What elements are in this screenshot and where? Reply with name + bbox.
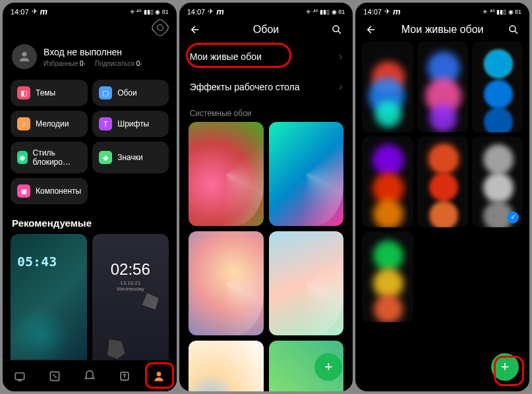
live-wallpaper-tile[interactable] [362,42,413,132]
page-title: Обои [208,24,324,36]
status-right: ✳ ⁴⁶ ▮▮▯ ◉ 81 [483,9,521,15]
favorites-count[interactable]: Избранные 0› [44,60,86,67]
nav-notifications[interactable] [72,360,107,391]
live-wallpaper-tile[interactable]: ✓ [472,136,523,227]
telegram-icon: ✈ [32,7,38,16]
recommended-theme-1[interactable]: 05:43 [11,234,87,372]
chevron-right-icon: › [339,81,342,93]
row-my-live-wallpapers[interactable]: Мои живые обои › [179,42,353,72]
back-icon[interactable] [365,23,378,36]
nav-profile[interactable] [142,360,177,391]
app-logo-m: m [216,7,224,16]
svg-point-6 [510,26,516,32]
nav-explore[interactable] [38,360,73,391]
theme1-clock: 05:43 [17,254,57,269]
status-bar: 14:07 ✈ m ✳ ⁴⁶ ▮▮▯ ◉ 81 [355,3,529,18]
status-bar: 14:07 ✈ m ✳ ⁴⁶ ▮▮▯ ◉ 81 [3,3,177,18]
wallpaper-tile[interactable] [189,341,264,391]
category-wallpapers[interactable]: ▢Обои [92,80,169,106]
live-wallpaper-grid: ✓ [355,42,529,322]
nav-home[interactable] [3,360,38,391]
telegram-icon: ✈ [208,7,214,16]
subscriptions-count[interactable]: Подписаться 0› [95,60,142,67]
category-components[interactable]: ▣Компоненты [11,178,88,204]
category-ringtones[interactable]: ♪Мелодии [11,111,88,137]
svg-point-4 [157,372,162,376]
category-fonts[interactable]: TШрифты [92,111,169,137]
status-bar: 14:07 ✈ m ✳ ⁴⁶ ▮▮▯ ◉ 81 [179,3,353,18]
live-wallpaper-tile[interactable] [362,231,413,322]
back-icon[interactable] [189,23,202,36]
search-icon[interactable] [330,23,343,36]
wallpaper-tile[interactable] [269,122,344,226]
add-fab[interactable]: + [491,353,519,381]
recommended-theme-2[interactable]: 02:56 13.10.21Wednesday [92,234,169,372]
settings-icon[interactable] [150,17,170,38]
wallpaper-tile[interactable] [189,231,264,335]
live-wallpaper-tile[interactable] [417,136,468,227]
status-right: ✳ ⁴⁶ ▮▮▯ ◉ 81 [306,9,345,15]
svg-point-5 [333,26,339,32]
recommended-header: Рекомендуемые [3,208,177,234]
category-grid: ◧Темы ▢Обои ♪Мелодии TШрифты ◉Стиль блок… [3,76,177,208]
status-time: 14:07 [11,8,29,16]
system-wallpapers-header: Системные обои [179,102,353,122]
svg-point-0 [22,52,26,57]
wallpaper-grid [179,122,353,391]
live-wallpapers-screen: 14:07 ✈ m ✳ ⁴⁶ ▮▮▯ ◉ 81 Мои живые обои [355,3,529,391]
theme2-clock: 02:56 [92,260,169,279]
live-wallpaper-tile[interactable] [472,42,523,132]
wallpapers-screen: 14:07 ✈ m ✳ ⁴⁶ ▮▮▯ ◉ 81 Обои Мои живые о… [179,3,353,391]
status-right: ✳ ⁴⁶ ▮▮▯ ◉ 81 [130,9,169,15]
status-time: 14:07 [363,8,382,16]
app-logo-m: m [393,7,401,16]
wallpaper-tile[interactable] [189,122,264,226]
theme-store-home: 14:07 ✈ m ✳ ⁴⁶ ▮▮▯ ◉ 81 Вход не выполнен… [3,3,177,391]
category-themes[interactable]: ◧Темы [11,80,88,106]
chevron-right-icon: › [339,51,342,63]
row-desktop-effects[interactable]: Эффекты рабочего стола › [179,72,353,102]
live-wallpaper-tile[interactable] [417,42,468,132]
app-logo-m: m [40,7,48,16]
avatar [12,44,37,69]
live-wallpaper-tile[interactable] [362,136,413,227]
profile-section[interactable]: Вход не выполнен Избранные 0› Подписатьс… [3,38,177,76]
login-prompt: Вход не выполнен [44,47,142,57]
bottom-nav [3,360,177,391]
search-icon[interactable] [507,23,520,36]
nav-text[interactable] [107,360,142,391]
svg-rect-1 [16,373,24,380]
page-title: Мои живые обои [384,24,500,36]
selected-check-icon: ✓ [507,211,519,223]
status-time: 14:07 [187,8,206,16]
telegram-icon: ✈ [384,7,390,16]
category-lockstyle[interactable]: ◉Стиль блокиро… [11,142,88,173]
category-icons[interactable]: ◆Значки [92,142,169,173]
wallpaper-tile[interactable] [269,231,344,335]
